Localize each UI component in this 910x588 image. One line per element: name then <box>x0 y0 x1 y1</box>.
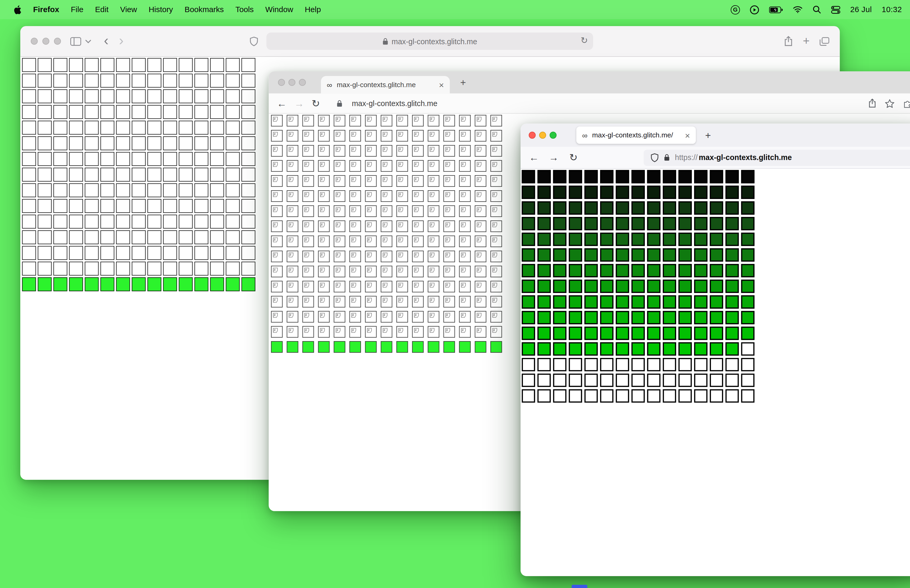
zoom-window-button[interactable] <box>550 132 556 139</box>
broken-image-icon <box>272 221 279 228</box>
control-center-icon[interactable] <box>831 5 840 14</box>
grid-cell <box>475 130 487 142</box>
url-text[interactable]: max-gl-contexts.glitch.me <box>352 99 437 108</box>
tab-close-button[interactable]: × <box>685 131 690 139</box>
new-tab-button[interactable]: + <box>705 130 711 140</box>
grid-cell <box>194 136 208 150</box>
address-bar[interactable]: https:// max-gl-contexts.glitch.me <box>643 150 910 166</box>
grid-cell <box>271 145 283 157</box>
grid-cell <box>569 358 582 372</box>
grid-cell <box>679 170 692 183</box>
grid-cell <box>147 183 162 197</box>
menu-bar-date[interactable]: 26 Jul <box>850 5 872 14</box>
broken-image-icon <box>351 297 357 303</box>
menu-file[interactable]: File <box>65 5 89 14</box>
menu-view[interactable]: View <box>114 5 143 14</box>
grid-cell <box>663 342 676 355</box>
menu-tools[interactable]: Tools <box>230 5 260 14</box>
grid-cell <box>537 358 551 372</box>
reload-button[interactable]: ↻ <box>566 153 581 162</box>
close-window-button[interactable] <box>529 132 535 139</box>
close-window-button[interactable] <box>31 38 38 44</box>
browser-tab[interactable]: ∞ max-gl-contexts.glitch.me/ × <box>576 126 696 144</box>
grid-cell <box>694 373 708 387</box>
grid-cell <box>194 74 208 88</box>
grid-cell <box>694 170 708 183</box>
reload-button[interactable]: ↻ <box>580 35 588 46</box>
dock-app-indicator[interactable] <box>572 585 587 588</box>
grid-cell <box>428 326 439 338</box>
spotlight-search-icon[interactable] <box>813 5 821 14</box>
menu-history[interactable]: History <box>143 5 179 14</box>
grid-cell <box>663 295 676 309</box>
broken-image-icon <box>304 116 310 123</box>
minimize-window-button[interactable] <box>42 38 49 44</box>
grid-cell <box>694 311 708 324</box>
zoom-window-button[interactable] <box>299 79 306 86</box>
grid-cell <box>679 295 692 309</box>
tab-overview-icon[interactable] <box>819 37 829 45</box>
back-button[interactable]: ‹ <box>104 34 109 47</box>
grid-cell <box>396 341 408 353</box>
forward-button[interactable]: → <box>546 153 561 162</box>
forward-button[interactable]: → <box>294 99 304 108</box>
grid-cell <box>210 199 224 213</box>
grid-cell <box>616 342 629 355</box>
grid-cell <box>710 373 723 387</box>
webgl-canvas-grid <box>522 170 754 403</box>
forward-button[interactable]: › <box>119 34 124 47</box>
grid-cell <box>475 311 487 322</box>
new-tab-button[interactable]: + <box>803 35 810 46</box>
chevron-down-icon[interactable] <box>85 39 91 43</box>
grid-cell <box>428 311 439 322</box>
back-button[interactable]: ← <box>277 99 286 108</box>
extensions-puzzle-icon[interactable] <box>903 99 910 108</box>
grid-cell <box>710 358 723 372</box>
new-tab-button[interactable]: + <box>460 78 466 87</box>
tab-close-button[interactable]: × <box>439 80 444 89</box>
broken-image-icon <box>460 282 467 288</box>
grid-cell <box>631 279 645 293</box>
battery-charging-icon[interactable] <box>769 6 783 13</box>
minimize-window-button[interactable] <box>288 79 295 86</box>
broken-image-icon <box>398 221 404 228</box>
sidebar-icon[interactable] <box>70 37 81 45</box>
share-icon[interactable] <box>784 36 793 47</box>
grid-cell <box>226 262 239 276</box>
minimize-window-button[interactable] <box>539 132 546 139</box>
back-button[interactable]: ← <box>526 153 541 162</box>
app-menu-title[interactable]: Firefox <box>27 5 65 14</box>
privacy-shield-icon[interactable] <box>250 36 258 46</box>
grid-cell <box>302 281 314 292</box>
wifi-icon[interactable] <box>793 6 803 13</box>
address-bar[interactable]: max-gl-contexts.glitch.me ↻ <box>267 32 593 50</box>
menu-help[interactable]: Help <box>299 5 327 14</box>
grid-cell <box>210 74 224 88</box>
close-window-button[interactable] <box>278 79 285 86</box>
grid-cell <box>349 221 361 232</box>
menu-window[interactable]: Window <box>260 5 299 14</box>
grid-cell <box>647 248 661 262</box>
g-circle-icon[interactable]: G <box>731 5 740 14</box>
grid-cell <box>710 186 723 199</box>
grid-cell <box>412 190 423 202</box>
menu-edit[interactable]: Edit <box>89 5 114 14</box>
play-circle-icon[interactable] <box>750 5 759 14</box>
share-icon[interactable] <box>868 99 876 108</box>
tracking-shield-icon[interactable] <box>651 153 659 162</box>
grid-cell <box>302 145 314 157</box>
reload-button[interactable]: ↻ <box>312 99 320 108</box>
menu-bar-time[interactable]: 10:32 <box>882 5 902 14</box>
broken-image-icon <box>272 297 279 303</box>
menu-bookmarks[interactable]: Bookmarks <box>179 5 230 14</box>
grid-cell <box>741 358 755 372</box>
apple-menu[interactable] <box>8 5 27 14</box>
browser-tab[interactable]: ∞ max-gl-contexts.glitch.me × <box>321 76 450 94</box>
bookmark-star-icon[interactable] <box>885 99 894 108</box>
zoom-window-button[interactable] <box>54 38 61 44</box>
broken-image-icon <box>366 327 373 333</box>
grid-cell <box>287 236 298 247</box>
broken-image-icon <box>288 252 294 258</box>
grid-cell <box>287 115 298 126</box>
broken-image-icon <box>429 146 435 152</box>
